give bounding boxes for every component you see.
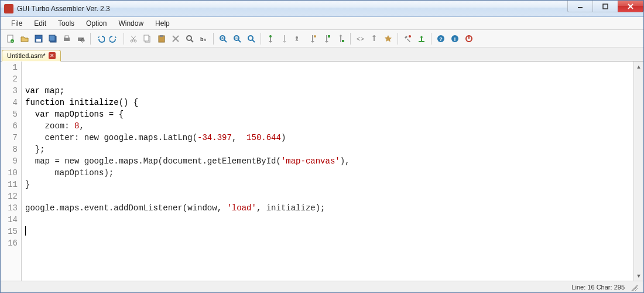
info-button[interactable]: i [448,32,461,45]
code-line[interactable] [25,62,630,73]
upload-icon [417,34,426,43]
find-button[interactable] [183,32,196,45]
undo-icon [95,34,105,43]
open-file-button[interactable] [18,32,31,45]
toggle-breakpoint-icon [266,34,275,43]
code-line[interactable]: mapOptions); [25,167,630,179]
code-token: 'map-canvas' [281,156,340,166]
code-line[interactable] [25,226,630,237]
line-number: 10 [4,167,18,179]
run-icon [294,34,303,43]
save-button[interactable] [32,32,45,45]
build-button[interactable] [401,32,414,45]
menu-file[interactable]: File [5,18,28,29]
vertical-scrollbar[interactable]: ▴ ▾ [633,62,643,281]
zoom-reset-button[interactable] [245,32,258,45]
new-file-button[interactable]: + [4,32,17,45]
toolbar-separator [90,33,91,45]
menu-window[interactable]: Window [112,18,149,29]
paste-button[interactable] [155,32,168,45]
code-line[interactable]: function initialize() { [25,97,630,108]
code-line[interactable]: }; [25,144,630,155]
close-button[interactable] [618,1,643,12]
svg-rect-1 [603,4,608,9]
code-line[interactable]: zoom: 8, [25,120,630,132]
copy-button[interactable] [141,32,154,45]
scroll-track[interactable] [634,71,643,271]
svg-point-39 [296,36,298,39]
save-all-button[interactable] [46,32,59,45]
menu-edit[interactable]: Edit [28,18,52,29]
svg-text:<>: <> [357,35,364,42]
code-line[interactable]: } [25,179,630,190]
menu-help[interactable]: Help [149,18,176,29]
code-line[interactable]: map = new google.maps.Map(document.getEl… [25,155,630,167]
step-over-button[interactable] [306,32,319,45]
code-line[interactable] [25,73,630,85]
scroll-up-icon[interactable]: ▴ [634,62,643,71]
go-back-icon: <> [355,34,365,43]
cut-button[interactable] [127,32,140,45]
help-button[interactable]: ? [434,32,447,45]
new-file-icon: + [6,34,15,43]
step-out-icon [336,34,345,43]
zoom-out-button[interactable] [231,32,244,45]
line-number: 16 [4,237,18,249]
toolbar-separator [431,33,431,45]
print-button[interactable] [60,32,73,45]
code-line[interactable]: var mapOptions = { [25,108,630,120]
clear-breakpoints-button[interactable] [278,32,291,45]
menubar: FileEditToolsOptionWindowHelp [1,17,643,30]
resize-grip-icon[interactable] [629,283,638,291]
find-text-button[interactable]: ba [197,32,210,45]
menu-option[interactable]: Option [80,18,112,29]
redo-icon [109,34,119,43]
undo-button[interactable] [94,32,107,45]
code-token: map = new google.maps.Map(document.getEl… [25,156,281,166]
code-line[interactable] [25,214,630,226]
power-button[interactable] [463,32,475,45]
menu-tools[interactable]: Tools [52,18,80,29]
code-token: var mapOptions = { [25,110,124,119]
code-line[interactable]: center: new google.maps.LatLng(-34.397, … [25,132,630,144]
delete-button[interactable] [169,32,182,45]
minimize-button[interactable] [567,1,593,12]
step-out-button[interactable] [334,32,347,45]
close-tab-icon[interactable]: ✕ [49,52,56,59]
code-line[interactable]: google.maps.event.addDomListener(window,… [25,202,630,214]
minimize-icon [577,4,583,9]
tab-active[interactable]: Untitled.asm* ✕ [2,50,61,62]
line-number: 7 [4,132,18,144]
print-preview-button[interactable] [74,32,87,45]
line-number: 13 [4,202,18,214]
upload-button[interactable] [415,32,428,45]
svg-point-44 [409,35,411,38]
bookmark-icon [383,34,393,43]
go-forward-button[interactable] [368,32,381,45]
code-token: mapOptions); [25,168,114,178]
svg-line-34 [238,40,241,42]
code-token: , [232,133,246,142]
find-icon [185,34,194,43]
go-back-button[interactable]: <> [354,32,366,45]
maximize-button[interactable] [592,1,618,12]
help-icon: ? [436,34,446,43]
redo-button[interactable] [108,32,121,45]
code-area[interactable]: var map;function initialize() { var mapO… [22,62,633,281]
toggle-breakpoint-button[interactable] [264,32,277,45]
scroll-down-icon[interactable]: ▾ [634,271,643,281]
svg-line-18 [131,36,135,41]
code-token: , [79,121,84,131]
step-into-button[interactable] [320,32,333,45]
code-token: } [25,180,30,189]
statusbar: Line: 16 Char: 295 [1,281,643,292]
code-line[interactable] [25,190,630,202]
bookmark-button[interactable] [382,32,395,45]
code-token: ) [281,133,286,142]
text-cursor [25,226,26,236]
zoom-in-button[interactable] [217,32,229,45]
status-line-value: 16 [587,284,594,291]
code-line[interactable]: var map; [25,85,630,97]
run-button[interactable] [292,32,305,45]
code-line[interactable] [25,237,630,249]
